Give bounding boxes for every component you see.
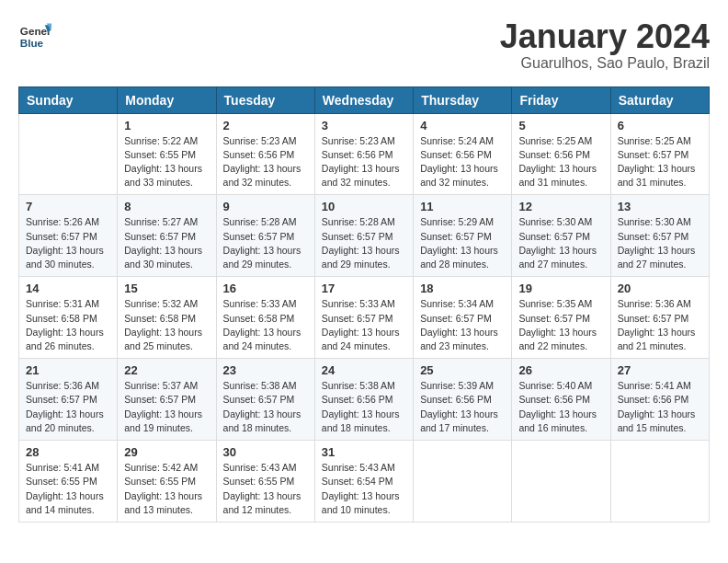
calendar-cell: 12Sunrise: 5:30 AM Sunset: 6:57 PM Dayli…	[512, 195, 610, 277]
day-header-monday: Monday	[118, 86, 216, 113]
day-number: 14	[26, 282, 110, 295]
day-info: Sunrise: 5:28 AM Sunset: 6:57 PM Dayligh…	[223, 215, 308, 271]
calendar-cell: 16Sunrise: 5:33 AM Sunset: 6:58 PM Dayli…	[216, 277, 314, 359]
calendar-cell: 11Sunrise: 5:29 AM Sunset: 6:57 PM Dayli…	[414, 195, 512, 277]
day-info: Sunrise: 5:23 AM Sunset: 6:56 PM Dayligh…	[223, 134, 308, 190]
day-info: Sunrise: 5:38 AM Sunset: 6:57 PM Dayligh…	[223, 379, 308, 435]
calendar-cell: 18Sunrise: 5:34 AM Sunset: 6:57 PM Dayli…	[414, 277, 512, 359]
day-number: 31	[322, 445, 406, 459]
logo-icon: General Blue	[18, 18, 51, 52]
calendar-cell: 24Sunrise: 5:38 AM Sunset: 6:56 PM Dayli…	[314, 359, 413, 441]
calendar-cell	[414, 441, 512, 523]
day-info: Sunrise: 5:41 AM Sunset: 6:55 PM Dayligh…	[26, 461, 110, 517]
day-info: Sunrise: 5:43 AM Sunset: 6:55 PM Dayligh…	[223, 461, 308, 517]
day-number: 4	[420, 119, 505, 132]
day-info: Sunrise: 5:42 AM Sunset: 6:55 PM Dayligh…	[124, 461, 209, 517]
calendar-cell: 14Sunrise: 5:31 AM Sunset: 6:58 PM Dayli…	[19, 277, 118, 359]
calendar-cell: 3Sunrise: 5:23 AM Sunset: 6:56 PM Daylig…	[314, 113, 413, 195]
calendar-cell: 6Sunrise: 5:25 AM Sunset: 6:57 PM Daylig…	[610, 113, 709, 195]
day-info: Sunrise: 5:22 AM Sunset: 6:55 PM Dayligh…	[124, 134, 209, 190]
calendar-cell: 23Sunrise: 5:38 AM Sunset: 6:57 PM Dayli…	[216, 359, 314, 441]
calendar-cell: 30Sunrise: 5:43 AM Sunset: 6:55 PM Dayli…	[216, 441, 314, 523]
day-header-sunday: Sunday	[19, 86, 118, 113]
day-info: Sunrise: 5:25 AM Sunset: 6:57 PM Dayligh…	[618, 134, 702, 190]
calendar-table: SundayMondayTuesdayWednesdayThursdayFrid…	[18, 86, 710, 523]
calendar-cell: 21Sunrise: 5:36 AM Sunset: 6:57 PM Dayli…	[19, 359, 118, 441]
day-number: 6	[618, 119, 702, 132]
day-number: 5	[518, 119, 603, 132]
calendar-cell: 8Sunrise: 5:27 AM Sunset: 6:57 PM Daylig…	[118, 195, 216, 277]
day-info: Sunrise: 5:36 AM Sunset: 6:57 PM Dayligh…	[26, 379, 110, 435]
day-number: 15	[124, 282, 209, 295]
calendar-cell: 22Sunrise: 5:37 AM Sunset: 6:57 PM Dayli…	[118, 359, 216, 441]
calendar-cell: 9Sunrise: 5:28 AM Sunset: 6:57 PM Daylig…	[216, 195, 314, 277]
day-info: Sunrise: 5:34 AM Sunset: 6:57 PM Dayligh…	[420, 297, 505, 353]
calendar-cell: 26Sunrise: 5:40 AM Sunset: 6:56 PM Dayli…	[512, 359, 610, 441]
day-number: 22	[124, 363, 209, 377]
logo: General Blue	[18, 18, 51, 52]
page-header: General Blue January 2024 Guarulhos, Sao…	[18, 18, 710, 72]
main-title: January 2024	[500, 18, 710, 55]
day-info: Sunrise: 5:40 AM Sunset: 6:56 PM Dayligh…	[518, 379, 603, 435]
day-number: 20	[618, 282, 702, 295]
day-number: 29	[124, 445, 209, 459]
day-header-saturday: Saturday	[610, 86, 709, 113]
day-number: 11	[420, 200, 505, 213]
day-info: Sunrise: 5:38 AM Sunset: 6:56 PM Dayligh…	[322, 379, 406, 435]
day-number: 8	[124, 200, 209, 213]
day-header-thursday: Thursday	[414, 86, 512, 113]
week-row-4: 21Sunrise: 5:36 AM Sunset: 6:57 PM Dayli…	[19, 359, 710, 441]
week-row-2: 7Sunrise: 5:26 AM Sunset: 6:57 PM Daylig…	[19, 195, 710, 277]
day-number: 12	[518, 200, 603, 213]
week-row-5: 28Sunrise: 5:41 AM Sunset: 6:55 PM Dayli…	[19, 441, 710, 523]
week-row-3: 14Sunrise: 5:31 AM Sunset: 6:58 PM Dayli…	[19, 277, 710, 359]
day-number: 23	[223, 363, 308, 377]
day-number: 2	[223, 119, 308, 132]
calendar-cell	[19, 113, 118, 195]
svg-text:Blue: Blue	[20, 37, 44, 49]
calendar-cell: 25Sunrise: 5:39 AM Sunset: 6:56 PM Dayli…	[414, 359, 512, 441]
calendar-cell: 5Sunrise: 5:25 AM Sunset: 6:56 PM Daylig…	[512, 113, 610, 195]
day-info: Sunrise: 5:32 AM Sunset: 6:58 PM Dayligh…	[124, 297, 209, 353]
day-number: 18	[420, 282, 505, 295]
day-info: Sunrise: 5:39 AM Sunset: 6:56 PM Dayligh…	[420, 379, 505, 435]
calendar-cell: 10Sunrise: 5:28 AM Sunset: 6:57 PM Dayli…	[314, 195, 413, 277]
day-header-wednesday: Wednesday	[314, 86, 413, 113]
day-info: Sunrise: 5:26 AM Sunset: 6:57 PM Dayligh…	[26, 215, 110, 271]
day-info: Sunrise: 5:43 AM Sunset: 6:54 PM Dayligh…	[322, 461, 406, 517]
day-info: Sunrise: 5:24 AM Sunset: 6:56 PM Dayligh…	[420, 134, 505, 190]
day-info: Sunrise: 5:23 AM Sunset: 6:56 PM Dayligh…	[322, 134, 406, 190]
calendar-header-row: SundayMondayTuesdayWednesdayThursdayFrid…	[19, 86, 710, 113]
day-number: 7	[26, 200, 110, 213]
day-info: Sunrise: 5:29 AM Sunset: 6:57 PM Dayligh…	[420, 215, 505, 271]
calendar-cell	[512, 441, 610, 523]
subtitle: Guarulhos, Sao Paulo, Brazil	[500, 55, 710, 72]
day-info: Sunrise: 5:31 AM Sunset: 6:58 PM Dayligh…	[26, 297, 110, 353]
day-info: Sunrise: 5:35 AM Sunset: 6:57 PM Dayligh…	[518, 297, 603, 353]
day-info: Sunrise: 5:33 AM Sunset: 6:57 PM Dayligh…	[322, 297, 406, 353]
day-number: 17	[322, 282, 406, 295]
calendar-cell: 29Sunrise: 5:42 AM Sunset: 6:55 PM Dayli…	[118, 441, 216, 523]
day-info: Sunrise: 5:41 AM Sunset: 6:56 PM Dayligh…	[618, 379, 702, 435]
calendar-cell	[610, 441, 709, 523]
day-number: 19	[518, 282, 603, 295]
day-number: 27	[618, 363, 702, 377]
day-header-tuesday: Tuesday	[216, 86, 314, 113]
day-number: 10	[322, 200, 406, 213]
day-info: Sunrise: 5:30 AM Sunset: 6:57 PM Dayligh…	[618, 215, 702, 271]
day-number: 21	[26, 363, 110, 377]
day-info: Sunrise: 5:37 AM Sunset: 6:57 PM Dayligh…	[124, 379, 209, 435]
day-number: 26	[518, 363, 603, 377]
day-number: 30	[223, 445, 308, 459]
day-number: 25	[420, 363, 505, 377]
calendar-cell: 7Sunrise: 5:26 AM Sunset: 6:57 PM Daylig…	[19, 195, 118, 277]
day-info: Sunrise: 5:36 AM Sunset: 6:57 PM Dayligh…	[618, 297, 702, 353]
day-number: 16	[223, 282, 308, 295]
day-number: 28	[26, 445, 110, 459]
calendar-cell: 2Sunrise: 5:23 AM Sunset: 6:56 PM Daylig…	[216, 113, 314, 195]
calendar-cell: 20Sunrise: 5:36 AM Sunset: 6:57 PM Dayli…	[610, 277, 709, 359]
day-number: 3	[322, 119, 406, 132]
day-number: 13	[618, 200, 702, 213]
calendar-cell: 27Sunrise: 5:41 AM Sunset: 6:56 PM Dayli…	[610, 359, 709, 441]
calendar-cell: 28Sunrise: 5:41 AM Sunset: 6:55 PM Dayli…	[19, 441, 118, 523]
